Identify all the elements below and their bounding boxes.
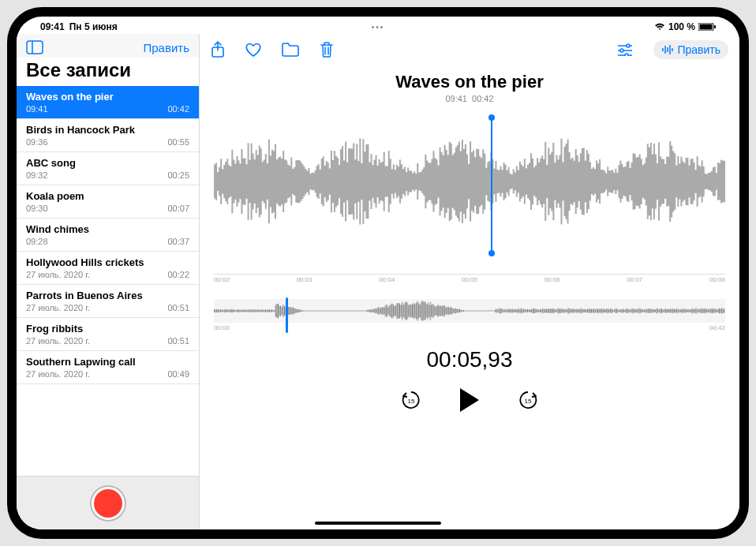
list-item-title: Parrots in Buenos Aires: [26, 290, 189, 301]
list-item[interactable]: Wind chimes09:2800:37: [17, 219, 199, 252]
recordings-list: Waves on the pier09:4100:42Birds in Hanc…: [17, 86, 199, 476]
svg-text:15: 15: [408, 398, 415, 405]
list-item-title: Birds in Hancock Park: [26, 124, 189, 136]
trash-icon[interactable]: [320, 42, 334, 58]
battery-percent: 100 %: [668, 21, 695, 32]
list-item-duration: 00:07: [167, 204, 189, 213]
sidebar-toggle-icon[interactable]: [26, 40, 43, 54]
overview-start-label: 00:00: [214, 324, 230, 331]
options-icon[interactable]: [617, 43, 633, 56]
list-item-title: Southern Lapwing call: [26, 356, 189, 368]
tick-label: 00:07: [627, 276, 642, 283]
playback-time: 00:05,93: [200, 347, 739, 372]
battery-icon: [698, 23, 716, 31]
list-item-title: Wind chimes: [26, 223, 189, 235]
list-item-time: 27 июль. 2020 г.: [26, 270, 90, 279]
edit-recording-label: Править: [677, 43, 720, 56]
list-item-time: 09:30: [26, 204, 48, 213]
tick-label: 00:02: [214, 276, 230, 283]
playhead-handle[interactable]: [491, 118, 492, 253]
list-item-duration: 00:55: [167, 137, 189, 147]
sidebar: Править Все записи Waves on the pier09:4…: [17, 34, 200, 529]
list-item-duration: 00:51: [167, 303, 189, 312]
timeline-ticks: 00:0200:0300:0400:0500:0600:0700:08: [214, 274, 725, 285]
list-item-time: 09:41: [26, 104, 48, 114]
home-indicator[interactable]: [315, 522, 441, 525]
list-item[interactable]: Southern Lapwing call27 июль. 2020 г.00:…: [17, 351, 199, 384]
share-icon[interactable]: [211, 41, 225, 58]
list-item[interactable]: Birds in Hancock Park09:3600:55: [17, 119, 199, 152]
list-item-duration: 00:49: [167, 369, 189, 379]
list-item[interactable]: Parrots in Buenos Aires27 июль. 2020 г.0…: [17, 285, 199, 318]
folder-icon[interactable]: [282, 43, 299, 57]
list-item-title: Hollywood Hills crickets: [26, 256, 189, 268]
skip-forward-15-icon[interactable]: 15: [517, 389, 539, 411]
svg-rect-1: [700, 24, 713, 30]
tick-label: 00:08: [709, 276, 725, 283]
list-item-duration: 00:22: [167, 270, 189, 279]
list-item-time: 27 июль. 2020 г.: [26, 336, 90, 346]
sidebar-title: Все записи: [17, 58, 199, 86]
recording-title: Waves on the pier: [200, 72, 739, 92]
svg-rect-2: [714, 25, 716, 28]
overview-end-label: 00:42: [709, 324, 725, 331]
svg-point-11: [625, 54, 628, 56]
waveform-detail[interactable]: [200, 108, 739, 274]
transport-controls: 15 15: [200, 387, 739, 413]
list-item-duration: 00:51: [167, 336, 189, 346]
list-item-title: ABC song: [26, 157, 189, 169]
edit-recording-button[interactable]: Править: [653, 40, 728, 59]
list-item[interactable]: ABC song09:3200:25: [17, 152, 199, 185]
list-item-duration: 00:25: [167, 170, 189, 180]
detail-pane: Править Waves on the pier 09:41 00:42 00…: [200, 34, 739, 529]
multitask-dots-icon[interactable]: •••: [372, 23, 385, 32]
play-button[interactable]: [457, 387, 482, 413]
svg-rect-3: [27, 41, 43, 54]
svg-text:15: 15: [525, 398, 532, 405]
tick-label: 00:05: [462, 276, 477, 283]
record-bar: [17, 476, 199, 529]
tick-label: 00:04: [379, 276, 395, 283]
list-item[interactable]: Koala poem09:3000:07: [17, 185, 199, 219]
list-item-duration: 00:42: [167, 104, 189, 114]
list-item-title: Waves on the pier: [26, 91, 189, 103]
record-button[interactable]: [92, 487, 125, 520]
list-item-time: 09:36: [26, 137, 48, 147]
svg-point-7: [627, 44, 630, 47]
waveform-overview[interactable]: 00:00 00:42: [214, 299, 725, 331]
overview-playhead[interactable]: [286, 297, 288, 333]
status-date: Пн 5 июня: [69, 21, 118, 32]
status-time: 09:41: [40, 21, 65, 32]
list-item-time: 27 июль. 2020 г.: [26, 303, 90, 312]
tick-label: 00:06: [545, 276, 560, 283]
skip-back-15-icon[interactable]: 15: [400, 389, 422, 411]
list-item-duration: 00:37: [167, 237, 189, 246]
sidebar-edit-button[interactable]: Править: [144, 41, 190, 54]
wifi-icon: [654, 23, 665, 31]
list-item-time: 09:28: [26, 237, 48, 246]
tick-label: 00:03: [297, 276, 313, 283]
svg-point-9: [620, 49, 623, 52]
list-item-time: 27 июль. 2020 г.: [26, 369, 90, 379]
list-item[interactable]: Waves on the pier09:4100:42: [17, 86, 199, 119]
list-item-time: 09:32: [26, 170, 48, 180]
waveform-icon: [661, 44, 674, 55]
list-item-title: Frog ribbits: [26, 323, 189, 335]
list-item[interactable]: Hollywood Hills crickets27 июль. 2020 г.…: [17, 252, 199, 285]
list-item[interactable]: Frog ribbits27 июль. 2020 г.00:51: [17, 318, 199, 351]
favorite-icon[interactable]: [245, 43, 261, 57]
list-item-title: Koala poem: [26, 190, 189, 202]
recording-subtitle: 09:41 00:42: [200, 94, 739, 103]
